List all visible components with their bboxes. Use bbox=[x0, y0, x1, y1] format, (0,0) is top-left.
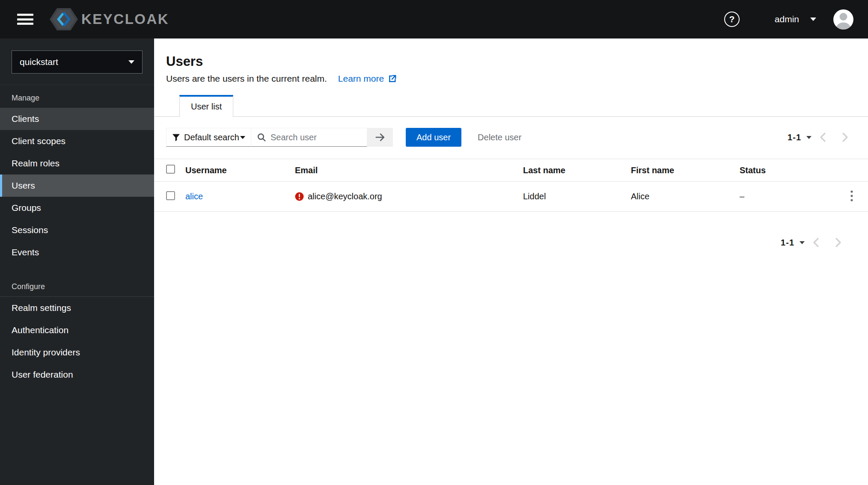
arrow-right-icon bbox=[375, 132, 386, 143]
column-header-email: Email bbox=[295, 159, 523, 182]
sidebar-item-authentication[interactable]: Authentication bbox=[0, 319, 154, 341]
last-name-value: Liddel bbox=[523, 182, 631, 212]
pagination-range-dropdown[interactable]: 1-1 bbox=[788, 133, 812, 142]
page-subtitle: Users are the users in the current realm… bbox=[166, 74, 327, 84]
email-value: alice@keycloak.org bbox=[308, 192, 382, 201]
user-menu[interactable]: admin bbox=[775, 14, 816, 24]
user-avatar-icon bbox=[833, 9, 853, 30]
row-actions-kebab[interactable] bbox=[845, 188, 858, 205]
learn-more-link[interactable]: Learn more bbox=[338, 74, 397, 84]
chevron-down-icon bbox=[240, 136, 245, 139]
toolbar: Default search Add user Delete user 1-1 bbox=[166, 128, 856, 147]
status-value: – bbox=[740, 182, 845, 212]
kebab-icon bbox=[850, 189, 854, 202]
first-name-value: Alice bbox=[631, 182, 740, 212]
select-all-checkbox[interactable] bbox=[166, 165, 175, 174]
avatar[interactable] bbox=[833, 9, 853, 30]
users-table: Username Email Last name First name Stat… bbox=[154, 159, 868, 212]
sidebar-item-identity-providers[interactable]: Identity providers bbox=[0, 341, 154, 364]
previous-page-button[interactable] bbox=[812, 129, 834, 146]
tab-user-list[interactable]: User list bbox=[179, 95, 233, 117]
username-link[interactable]: alice bbox=[185, 192, 203, 201]
row-checkbox[interactable] bbox=[166, 191, 175, 200]
external-link-icon bbox=[387, 74, 397, 84]
keycloak-logo: KEYCLOAK bbox=[50, 7, 169, 32]
tab-bar: User list bbox=[154, 95, 868, 117]
add-user-button[interactable]: Add user bbox=[406, 128, 461, 147]
chevron-down-icon bbox=[806, 136, 812, 139]
user-menu-label: admin bbox=[775, 14, 799, 24]
next-page-button[interactable] bbox=[827, 234, 849, 251]
masthead-actions: ? admin bbox=[724, 9, 856, 30]
table-header-row: Username Email Last name First name Stat… bbox=[154, 159, 868, 182]
sidebar-item-users[interactable]: Users bbox=[0, 174, 154, 197]
realm-selector-value: quickstart bbox=[20, 57, 58, 67]
chevron-left-icon bbox=[813, 237, 819, 248]
sidebar: quickstart Manage Clients Client scopes … bbox=[0, 38, 154, 485]
realm-selector-area: quickstart bbox=[0, 38, 154, 85]
nav-section-title: Configure bbox=[0, 282, 154, 291]
main-content: Users Users are the users in the current… bbox=[154, 38, 868, 485]
keycloak-logo-icon bbox=[50, 7, 78, 32]
sidebar-item-sessions[interactable]: Sessions bbox=[0, 219, 154, 241]
column-header-last-name: Last name bbox=[523, 159, 631, 182]
search-submit-button[interactable] bbox=[367, 128, 393, 147]
filter-icon bbox=[172, 133, 180, 142]
menu-toggle-icon[interactable] bbox=[17, 12, 34, 27]
chevron-right-icon bbox=[842, 132, 848, 142]
search-type-dropdown[interactable]: Default search bbox=[166, 128, 251, 147]
sidebar-item-client-scopes[interactable]: Client scopes bbox=[0, 130, 154, 152]
previous-page-button[interactable] bbox=[805, 234, 827, 251]
nav-section-configure: Configure Realm settings Authentication … bbox=[0, 282, 154, 386]
pagination-top: 1-1 bbox=[788, 129, 856, 146]
nav-section-title: Manage bbox=[0, 94, 154, 103]
nav-section-manage: Manage Clients Client scopes Realm roles… bbox=[0, 94, 154, 263]
search-input[interactable] bbox=[271, 133, 367, 142]
column-header-username: Username bbox=[185, 159, 295, 182]
next-page-button[interactable] bbox=[834, 129, 856, 146]
chevron-right-icon bbox=[835, 237, 841, 248]
sidebar-item-groups[interactable]: Groups bbox=[0, 197, 154, 219]
sidebar-item-realm-roles[interactable]: Realm roles bbox=[0, 152, 154, 174]
page-title: Users bbox=[166, 54, 868, 69]
chevron-left-icon bbox=[820, 132, 826, 142]
column-header-status: Status bbox=[740, 159, 845, 182]
chevron-down-icon bbox=[128, 60, 134, 64]
delete-user-button[interactable]: Delete user bbox=[471, 133, 528, 142]
pagination-bottom: 1-1 bbox=[154, 234, 849, 251]
search-icon bbox=[257, 133, 266, 142]
masthead: KEYCLOAK ? admin bbox=[0, 0, 868, 38]
search-box bbox=[251, 128, 367, 147]
email-error-icon bbox=[295, 192, 304, 201]
chevron-down-icon bbox=[800, 241, 805, 244]
sidebar-item-clients[interactable]: Clients bbox=[0, 108, 154, 130]
brand-text: KEYCLOAK bbox=[81, 11, 169, 27]
pagination-range-dropdown[interactable]: 1-1 bbox=[781, 238, 805, 248]
realm-selector[interactable]: quickstart bbox=[12, 50, 143, 74]
chevron-down-icon bbox=[810, 18, 816, 21]
help-icon[interactable]: ? bbox=[724, 12, 740, 27]
table-row: alice alice@keycloak.org Liddel Alice – bbox=[154, 182, 868, 212]
sidebar-item-realm-settings[interactable]: Realm settings bbox=[0, 297, 154, 319]
sidebar-item-user-federation[interactable]: User federation bbox=[0, 364, 154, 386]
sidebar-item-events[interactable]: Events bbox=[0, 241, 154, 263]
column-header-first-name: First name bbox=[631, 159, 740, 182]
